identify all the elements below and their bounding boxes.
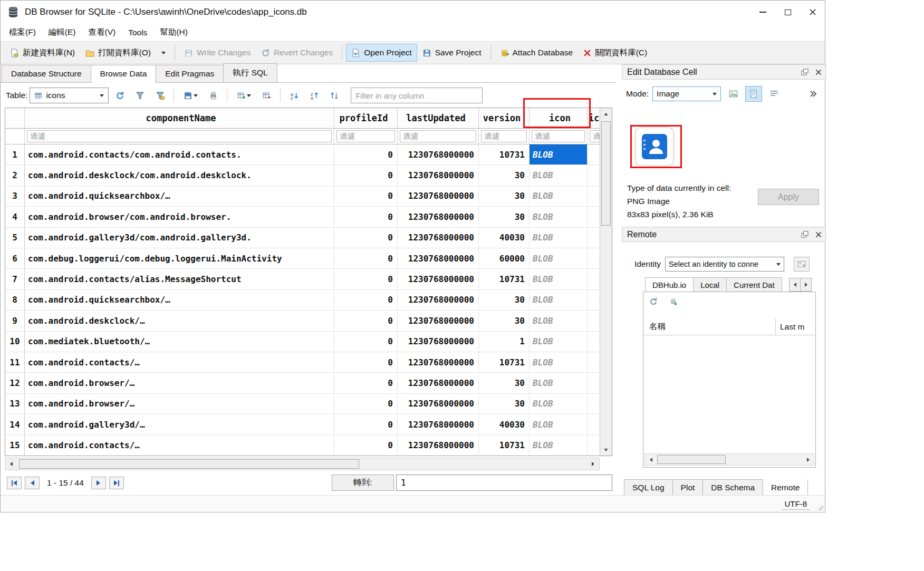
cell-version[interactable]: 30 bbox=[479, 207, 530, 227]
table-row[interactable]: 10 com.mediatek.bluetooth/… 0 1230768000… bbox=[5, 332, 612, 352]
cell-version[interactable]: 30 bbox=[479, 311, 530, 331]
grid-horizontal-scrollbar[interactable] bbox=[5, 458, 600, 470]
menu-file[interactable]: 檔案(F) bbox=[3, 24, 42, 41]
table-row[interactable]: 7 com.android.contacts/alias.MessageShor… bbox=[5, 269, 612, 289]
table-row[interactable]: 11 com.android.contacts/… 0 123076800000… bbox=[5, 352, 612, 373]
table-row[interactable]: 12 com.android.browser/… 0 1230768000000… bbox=[5, 373, 612, 393]
scroll-right-button[interactable] bbox=[802, 454, 814, 465]
float-panel-button[interactable] bbox=[798, 66, 812, 79]
scrollbar-thumb[interactable] bbox=[19, 459, 359, 469]
cell-profileId[interactable]: 0 bbox=[334, 207, 398, 227]
row-number[interactable]: 13 bbox=[5, 394, 25, 414]
cell-componentName[interactable]: com.android.gallery3d/com.android.galler… bbox=[25, 228, 334, 248]
cell-profileId[interactable]: 0 bbox=[334, 144, 398, 164]
tab-browse-data[interactable]: Browse Data bbox=[91, 65, 157, 83]
table-row[interactable]: 9 com.android.deskclock/… 0 123076800000… bbox=[5, 311, 612, 331]
cell-profileId[interactable]: 0 bbox=[334, 248, 398, 268]
cell-componentName[interactable]: com.android.browser/… bbox=[25, 373, 334, 393]
cell-componentName[interactable]: com.android.deskclock/… bbox=[25, 311, 334, 331]
delete-record-button[interactable] bbox=[257, 87, 275, 104]
row-number[interactable]: 8 bbox=[5, 290, 25, 310]
cell-lastUpdated[interactable]: 1230768000000 bbox=[398, 311, 479, 331]
name-column-header[interactable]: 名稱 bbox=[644, 321, 775, 332]
print-button[interactable] bbox=[204, 87, 222, 104]
cell-lastUpdated[interactable]: 1230768000000 bbox=[398, 352, 479, 372]
row-number[interactable]: 6 bbox=[5, 248, 25, 268]
filter-input-icon[interactable]: 過濾 bbox=[532, 130, 585, 142]
cell-lastUpdated[interactable]: 1230768000000 bbox=[398, 165, 479, 185]
maximize-button[interactable] bbox=[775, 1, 800, 24]
open-project-button[interactable]: Open Project bbox=[346, 44, 417, 62]
cell-profileId[interactable]: 0 bbox=[334, 228, 398, 248]
revert-changes-button[interactable]: Revert Changes bbox=[256, 44, 338, 62]
cell-profileId[interactable]: 0 bbox=[334, 290, 398, 310]
cell-version[interactable]: 30 bbox=[479, 290, 530, 310]
cell-componentName[interactable]: com.android.contacts/… bbox=[25, 435, 334, 455]
previous-record-button[interactable] bbox=[25, 477, 40, 489]
save-project-button[interactable]: Save Project bbox=[417, 44, 487, 62]
cell-icon[interactable]: BLOB bbox=[530, 394, 588, 414]
sort-asc-button[interactable]: AZ bbox=[285, 87, 303, 104]
write-changes-button[interactable]: Write Changes bbox=[179, 44, 256, 62]
cell-componentName[interactable]: com.android.contacts/com.android.contact… bbox=[25, 144, 334, 164]
cell-version[interactable]: 30 bbox=[479, 373, 530, 393]
cell-profileId[interactable]: 0 bbox=[334, 394, 398, 414]
cell-version[interactable]: 40030 bbox=[479, 228, 530, 248]
cell-icon[interactable]: BLOB bbox=[530, 248, 588, 268]
tab-remote[interactable]: Remote bbox=[763, 479, 808, 496]
resize-grip-icon[interactable] bbox=[816, 503, 823, 510]
cell-version[interactable]: 60000 bbox=[479, 248, 530, 268]
table-row[interactable]: 3 com.android.quicksearchbox/… 0 1230768… bbox=[5, 186, 612, 207]
table-row[interactable]: 8 com.android.quicksearchbox/… 0 1230768… bbox=[5, 290, 612, 311]
filter-input-version[interactable]: 過濾 bbox=[481, 130, 527, 142]
cell-componentName[interactable]: com.android.browser/com.android.browser. bbox=[25, 207, 334, 227]
tab-plot[interactable]: Plot bbox=[672, 479, 704, 496]
tab-scroll-left-button[interactable] bbox=[789, 278, 801, 292]
cell-componentName[interactable]: com.android.contacts/alias.MessageShortc… bbox=[25, 269, 334, 289]
encoding-selector[interactable]: UTF-8 bbox=[782, 498, 811, 510]
cell-lastUpdated[interactable]: 1230768000000 bbox=[398, 394, 479, 414]
table-row[interactable]: 4 com.android.browser/com.android.browse… bbox=[5, 207, 612, 227]
cell-profileId[interactable]: 0 bbox=[334, 414, 398, 434]
cell-profileId[interactable]: 0 bbox=[334, 332, 398, 352]
cell-version[interactable]: 30 bbox=[479, 394, 530, 414]
row-number[interactable]: 14 bbox=[5, 414, 25, 434]
cell-lastUpdated[interactable]: 1230768000000 bbox=[398, 290, 479, 310]
tab-edit-pragmas[interactable]: Edit Pragmas bbox=[156, 65, 224, 82]
row-number[interactable]: 9 bbox=[5, 311, 25, 331]
clone-database-button[interactable] bbox=[667, 295, 680, 308]
scrollbar-thumb[interactable] bbox=[601, 121, 611, 226]
tab-db-schema[interactable]: DB Schema bbox=[702, 479, 763, 496]
row-number[interactable]: 11 bbox=[5, 352, 25, 372]
tab-scroll-right-button[interactable] bbox=[800, 278, 812, 292]
scroll-right-button[interactable] bbox=[587, 458, 599, 470]
table-row[interactable]: 2 com.android.deskclock/com.android.desk… bbox=[5, 165, 612, 186]
insert-record-button[interactable] bbox=[232, 87, 255, 104]
cell-componentName[interactable]: com.android.deskclock/com.android.deskcl… bbox=[25, 165, 334, 185]
cell-lastUpdated[interactable]: 1230768000000 bbox=[398, 435, 479, 455]
cell-icon[interactable]: BLOB bbox=[530, 269, 588, 289]
cell-icon[interactable]: BLOB bbox=[530, 311, 588, 331]
filter-input-profileId[interactable]: 過濾 bbox=[336, 130, 395, 142]
row-number[interactable]: 5 bbox=[5, 228, 25, 248]
filter-input-componentName[interactable]: 過濾 bbox=[27, 130, 332, 142]
cell-componentName[interactable]: com.android.quicksearchbox/… bbox=[25, 290, 334, 310]
cell-lastUpdated[interactable]: 1230768000000 bbox=[398, 373, 479, 393]
remote-refresh-button[interactable] bbox=[647, 295, 660, 308]
cell-lastUpdated[interactable]: 1230768000000 bbox=[398, 228, 479, 248]
cell-lastUpdated[interactable]: 1230768000000 bbox=[398, 248, 479, 268]
cell-profileId[interactable]: 0 bbox=[334, 373, 398, 393]
row-number[interactable]: 7 bbox=[5, 269, 25, 289]
clear-sort-button[interactable] bbox=[325, 87, 343, 104]
close-database-button[interactable]: 關閉資料庫(C) bbox=[578, 43, 652, 63]
close-panel-button[interactable] bbox=[812, 228, 825, 241]
table-row[interactable]: 14 com.android.gallery3d/… 0 12307680000… bbox=[5, 414, 612, 435]
open-database-dropdown[interactable] bbox=[156, 47, 171, 59]
tab-current-database[interactable]: Current Dat bbox=[726, 277, 782, 292]
row-number[interactable]: 12 bbox=[5, 373, 25, 393]
cell-profileId[interactable]: 0 bbox=[334, 352, 398, 372]
cell-componentName[interactable]: com.debug.loggerui/com.debug.loggerui.Ma… bbox=[25, 248, 334, 268]
word-wrap-button[interactable] bbox=[766, 86, 783, 102]
overflow-button[interactable] bbox=[805, 86, 822, 102]
table-row[interactable]: 5 com.android.gallery3d/com.android.gall… bbox=[5, 228, 612, 248]
